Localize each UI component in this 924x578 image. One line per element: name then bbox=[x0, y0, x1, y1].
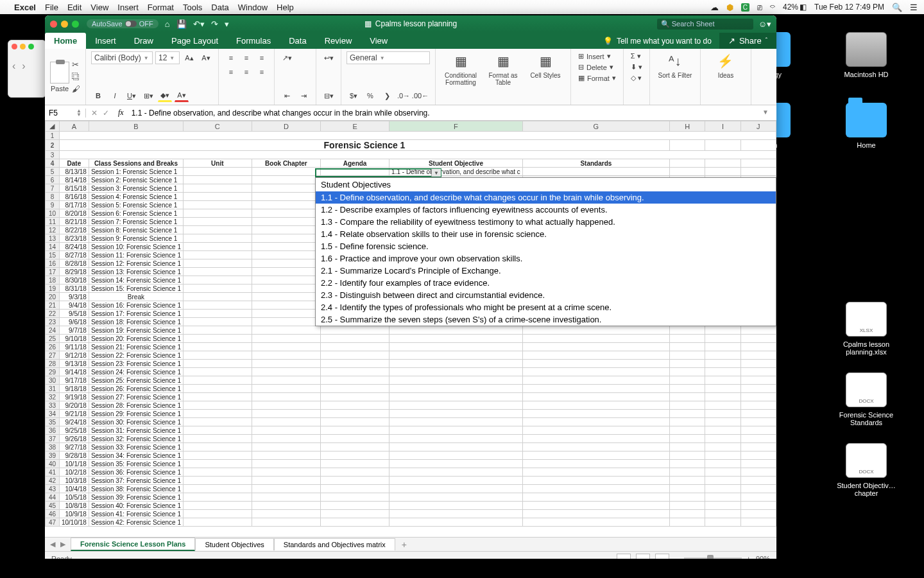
cell[interactable]: 9/25/18 bbox=[59, 426, 89, 435]
cell[interactable] bbox=[705, 460, 740, 468]
cell[interactable]: 9/17/18 bbox=[59, 376, 89, 385]
cell[interactable]: 9/3/18 bbox=[59, 293, 89, 301]
zoom-level[interactable]: 90% bbox=[756, 555, 770, 559]
row-header[interactable]: 19 bbox=[46, 285, 60, 293]
cell[interactable]: 8/23/18 bbox=[59, 234, 89, 243]
copy-icon[interactable]: ⿻ bbox=[72, 72, 80, 82]
cell[interactable] bbox=[389, 518, 523, 527]
cell[interactable] bbox=[252, 443, 320, 451]
cell[interactable] bbox=[705, 443, 740, 451]
cell[interactable] bbox=[705, 510, 740, 518]
qat-save-icon[interactable]: 💾 bbox=[176, 19, 187, 29]
cell[interactable] bbox=[670, 351, 705, 360]
cell[interactable] bbox=[740, 443, 776, 451]
row-header[interactable]: 3 bbox=[46, 151, 60, 159]
row-header[interactable]: 12 bbox=[46, 226, 60, 234]
name-box[interactable]: F5▲▼ bbox=[45, 109, 86, 118]
cell[interactable] bbox=[252, 435, 320, 443]
zoom-out-icon[interactable]: − bbox=[674, 555, 678, 559]
cell[interactable]: 9/10/18 bbox=[59, 335, 89, 343]
row-header[interactable]: 42 bbox=[46, 477, 60, 485]
cell[interactable] bbox=[705, 418, 740, 426]
clear-icon[interactable]: ◇ ▾ bbox=[629, 73, 644, 83]
cell[interactable]: 9/27/18 bbox=[59, 443, 89, 451]
cell[interactable] bbox=[252, 460, 320, 468]
cell[interactable] bbox=[670, 385, 705, 393]
row-header[interactable]: 8 bbox=[46, 193, 60, 201]
cell[interactable] bbox=[252, 310, 320, 318]
desktop-folder-home[interactable]: Home bbox=[828, 103, 905, 149]
formula-bar[interactable]: 1.1 - Define observation, and describe w… bbox=[128, 109, 776, 118]
dropdown-item[interactable]: 2.2 - Identify four examples of trace ev… bbox=[316, 277, 776, 289]
cell[interactable] bbox=[252, 285, 320, 293]
cell[interactable] bbox=[670, 168, 705, 176]
dropdown-item[interactable]: 2.4 - Identify the types of professional… bbox=[316, 301, 776, 313]
menu-format[interactable]: Format bbox=[148, 3, 174, 12]
cell[interactable] bbox=[183, 435, 252, 443]
cell[interactable] bbox=[321, 435, 389, 443]
cell[interactable]: 8/21/18 bbox=[59, 218, 89, 226]
sheet-tab[interactable]: Student Objectives bbox=[195, 538, 273, 550]
row-header[interactable]: 18 bbox=[46, 276, 60, 285]
cell[interactable] bbox=[522, 376, 669, 385]
row-header[interactable]: 9 bbox=[46, 201, 60, 209]
conditional-formatting-button[interactable]: ▦Conditional Formatting bbox=[441, 51, 481, 102]
cell[interactable] bbox=[670, 460, 705, 468]
expand-formula-icon[interactable]: ▼ bbox=[762, 109, 773, 116]
tab-insert[interactable]: Insert bbox=[86, 33, 125, 49]
cell[interactable] bbox=[522, 410, 669, 418]
row-header[interactable]: 6 bbox=[46, 176, 60, 184]
row-header[interactable]: 40 bbox=[46, 460, 60, 468]
align-center-icon[interactable]: ≡ bbox=[239, 66, 253, 78]
autosum-icon[interactable]: Σ ▾ bbox=[629, 51, 644, 61]
cell[interactable]: Session 24: Forensic Science 1 bbox=[89, 368, 183, 376]
format-cells-button[interactable]: ▦ Format ▾ bbox=[576, 73, 618, 83]
cell[interactable] bbox=[522, 518, 669, 527]
cell[interactable] bbox=[389, 493, 523, 502]
cell[interactable]: 10/8/18 bbox=[59, 502, 89, 510]
percent-icon[interactable]: % bbox=[363, 89, 377, 102]
row-header[interactable]: 32 bbox=[46, 393, 60, 401]
cell[interactable] bbox=[670, 335, 705, 343]
background-window[interactable]: ‹› bbox=[8, 40, 46, 98]
cell[interactable] bbox=[183, 401, 252, 410]
cell[interactable] bbox=[522, 468, 669, 477]
cell[interactable] bbox=[252, 385, 320, 393]
cell[interactable] bbox=[670, 418, 705, 426]
cell[interactable]: Session 12: Forensic Science 1 bbox=[89, 259, 183, 268]
decrease-font-icon[interactable]: A▾ bbox=[199, 51, 213, 64]
cell[interactable] bbox=[389, 326, 523, 335]
cell[interactable] bbox=[389, 360, 523, 368]
cell[interactable]: Session 2: Forensic Science 1 bbox=[89, 176, 183, 184]
close-icon[interactable] bbox=[50, 21, 57, 28]
sheet-tab[interactable]: Forensic Science Lesson Plans bbox=[71, 538, 195, 551]
cell[interactable] bbox=[705, 335, 740, 343]
increase-indent-icon[interactable]: ⇥ bbox=[296, 89, 311, 102]
cell[interactable] bbox=[522, 443, 669, 451]
cell[interactable]: 10/1/18 bbox=[59, 460, 89, 468]
row-header[interactable]: 34 bbox=[46, 410, 60, 418]
app-c-icon[interactable]: C bbox=[741, 3, 749, 12]
cell[interactable] bbox=[183, 443, 252, 451]
cell[interactable]: Session 15: Forensic Science 1 bbox=[89, 285, 183, 293]
cell[interactable] bbox=[252, 485, 320, 493]
qat-home-icon[interactable]: ⌂ bbox=[165, 19, 170, 29]
cell[interactable] bbox=[321, 326, 389, 335]
cell[interactable] bbox=[252, 234, 320, 243]
cell[interactable]: 8/24/18 bbox=[59, 243, 89, 251]
cell[interactable]: Session 37: Forensic Science 1 bbox=[89, 477, 183, 485]
cell[interactable] bbox=[252, 493, 320, 502]
row-header[interactable]: 25 bbox=[46, 335, 60, 343]
cell[interactable] bbox=[705, 401, 740, 410]
cell[interactable] bbox=[252, 201, 320, 209]
cell[interactable] bbox=[321, 477, 389, 485]
cell[interactable]: Session 17: Forensic Science 1 bbox=[89, 310, 183, 318]
cell[interactable] bbox=[183, 477, 252, 485]
cell[interactable]: Session 8: Forensic Science 1 bbox=[89, 226, 183, 234]
cell[interactable] bbox=[321, 510, 389, 518]
menu-tools[interactable]: Tools bbox=[183, 3, 202, 12]
paste-button[interactable]: Paste bbox=[50, 62, 69, 92]
align-left-icon[interactable]: ≡ bbox=[224, 66, 238, 78]
cell[interactable] bbox=[183, 201, 252, 209]
cell[interactable] bbox=[705, 485, 740, 493]
